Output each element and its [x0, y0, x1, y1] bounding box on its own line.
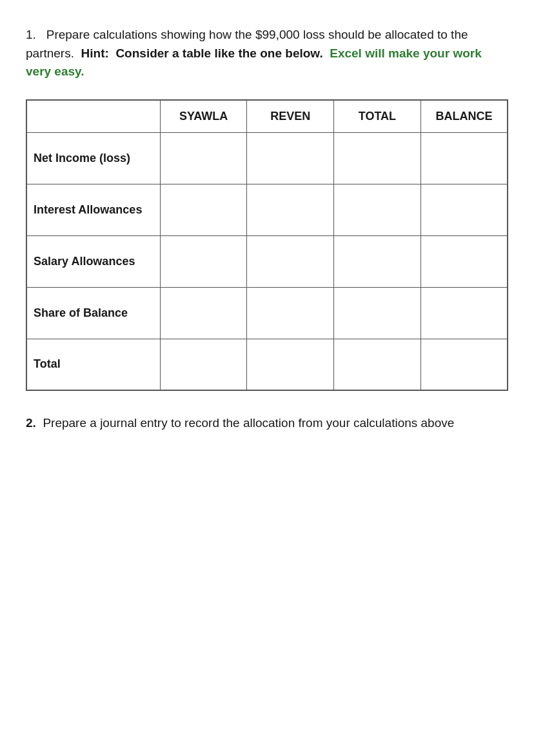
header-syawla: SYAWLA	[160, 100, 247, 133]
question2-number: 2.	[26, 416, 36, 430]
header-empty	[26, 100, 160, 133]
row-label-interest-allowances: Interest Allowances	[26, 184, 160, 235]
interest-total-cell	[334, 184, 421, 235]
row-label-total: Total	[26, 339, 160, 390]
header-total: TOTAL	[334, 100, 421, 133]
table-row: Net Income (loss)	[26, 132, 508, 184]
net-income-syawla-cell	[160, 132, 247, 184]
share-syawla-cell	[160, 287, 247, 339]
salary-balance-cell	[420, 235, 508, 287]
salary-syawla-cell	[160, 235, 247, 287]
net-income-total-cell	[334, 132, 421, 184]
table-row: Share of Balance	[26, 287, 508, 339]
net-income-balance-cell	[420, 132, 508, 184]
share-balance-cell	[420, 287, 508, 339]
question2-text: 2. Prepare a journal entry to record the…	[26, 414, 508, 433]
interest-reven-cell	[247, 184, 334, 235]
header-reven: REVEN	[247, 100, 334, 133]
total-total-cell	[334, 339, 421, 390]
question1-text-part2: Consider a table like the one below.	[115, 46, 322, 60]
question1-text: 1. Prepare calculations showing how the …	[26, 26, 508, 81]
table-header-row: SYAWLA REVEN TOTAL BALANCE	[26, 100, 508, 133]
question1-hint-label: Hint:	[81, 46, 109, 60]
question2-block: 2. Prepare a journal entry to record the…	[26, 414, 508, 433]
table-row: Total	[26, 339, 508, 390]
interest-syawla-cell	[160, 184, 247, 235]
share-reven-cell	[247, 287, 334, 339]
total-syawla-cell	[160, 339, 247, 390]
table-row: Interest Allowances	[26, 184, 508, 235]
row-label-salary-allowances: Salary Allowances	[26, 235, 160, 287]
question1-number: 1.	[26, 28, 36, 41]
salary-total-cell	[334, 235, 421, 287]
row-label-net-income: Net Income (loss)	[26, 132, 160, 184]
question1-block: 1. Prepare calculations showing how the …	[26, 26, 508, 391]
header-balance: BALANCE	[420, 100, 508, 133]
allocation-table: SYAWLA REVEN TOTAL BALANCE Net Income (l…	[26, 99, 508, 392]
table-row: Salary Allowances	[26, 235, 508, 287]
total-reven-cell	[247, 339, 334, 390]
net-income-reven-cell	[247, 132, 334, 184]
interest-balance-cell	[420, 184, 508, 235]
row-label-share-of-balance: Share of Balance	[26, 287, 160, 339]
total-balance-cell	[420, 339, 508, 390]
share-total-cell	[334, 287, 421, 339]
salary-reven-cell	[247, 235, 334, 287]
question2-body: Prepare a journal entry to record the al…	[43, 416, 454, 430]
